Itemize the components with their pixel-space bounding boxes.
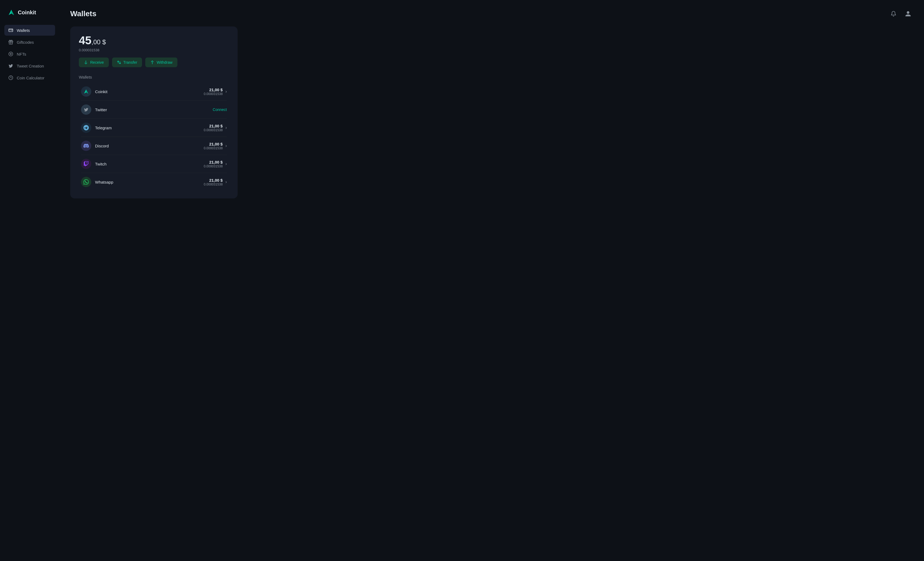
telegram-wallet-balance: 21,00 $ 0.000031538 <box>204 124 223 132</box>
app-name: Coinkit <box>18 9 36 16</box>
sidebar-item-tweet-creation-label: Tweet Creation <box>17 64 44 68</box>
coinkit-wallet-balance: 21,00 $ 0.000031538 <box>204 87 223 96</box>
whatsapp-wallet-arrow: › <box>225 180 227 184</box>
sidebar: Coinkit Wallets Giftcodes <box>0 0 59 561</box>
coinkit-wallet-usd: 21,00 $ <box>204 87 223 92</box>
user-icon <box>905 10 911 17</box>
wallet-item-telegram[interactable]: Telegram 21,00 $ 0.000031538 › <box>79 119 229 136</box>
twitch-wallet-icon <box>81 159 91 169</box>
svg-marker-7 <box>86 89 88 94</box>
wallet-item-discord[interactable]: Discord 21,00 $ 0.000031538 › <box>79 137 229 155</box>
twitch-wallet-name: Twitch <box>95 162 204 166</box>
discord-wallet-arrow: › <box>225 143 227 148</box>
twitter-wallet-name: Twitter <box>95 108 213 112</box>
twitter-connect-button[interactable]: Connect <box>213 108 227 112</box>
sidebar-item-giftcodes-label: Giftcodes <box>17 40 34 45</box>
balance-display: 45 ,00 $ <box>79 34 229 47</box>
coinkit-logo-icon <box>8 9 15 16</box>
twitch-wallet-usd: 21,00 $ <box>204 160 223 164</box>
whatsapp-wallet-crypto: 0.000031538 <box>204 183 223 186</box>
page-title: Wallets <box>70 9 96 18</box>
coinkit-wallet-crypto: 0.000031538 <box>204 92 223 96</box>
withdraw-label: Withdraw <box>157 60 172 64</box>
svg-marker-1 <box>11 10 14 15</box>
whatsapp-wallet-name: Whatsapp <box>95 180 204 184</box>
sidebar-item-nfts-label: NFTs <box>17 52 26 56</box>
sidebar-item-wallets-label: Wallets <box>17 28 30 33</box>
wallet-item-twitter[interactable]: Twitter Connect <box>79 101 229 118</box>
coinkit-wallet-arrow: › <box>225 89 227 94</box>
sidebar-item-coin-calculator-label: Coin Calculator <box>17 76 45 80</box>
telegram-wallet-icon <box>81 123 91 133</box>
transfer-icon <box>117 60 121 64</box>
wallet-card: 45 ,00 $ 0.000031538 Receive Transfer <box>70 27 238 198</box>
gift-icon <box>8 39 14 45</box>
svg-point-4 <box>9 52 13 56</box>
profile-button[interactable] <box>903 9 913 19</box>
wallets-section-title: Wallets <box>79 75 229 80</box>
wallet-icon <box>8 27 14 33</box>
notifications-button[interactable] <box>888 9 898 19</box>
calculator-icon <box>8 75 14 81</box>
whatsapp-wallet-usd: 21,00 $ <box>204 178 223 183</box>
transfer-button[interactable]: Transfer <box>112 57 142 67</box>
balance-crypto: 0.000031538 <box>79 48 229 52</box>
wallet-item-coinkit[interactable]: Coinkit 21,00 $ 0.000031538 › <box>79 82 229 100</box>
discord-wallet-name: Discord <box>95 144 204 148</box>
header-actions <box>888 9 913 19</box>
telegram-wallet-name: Telegram <box>95 126 204 130</box>
telegram-wallet-crypto: 0.000031538 <box>204 128 223 132</box>
telegram-wallet-usd: 21,00 $ <box>204 124 223 128</box>
coinkit-wallet-icon <box>81 86 91 97</box>
transfer-label: Transfer <box>123 60 138 64</box>
main-content: Wallets 45 ,00 $ 0.000031538 <box>59 0 924 561</box>
sidebar-item-coin-calculator[interactable]: Coin Calculator <box>4 72 55 83</box>
balance-main: 45 <box>79 34 92 47</box>
twitch-wallet-balance: 21,00 $ 0.000031538 <box>204 160 223 168</box>
receive-icon <box>84 60 88 64</box>
telegram-wallet-arrow: › <box>225 125 227 130</box>
twitter-wallet-icon <box>81 105 91 115</box>
bell-icon <box>891 11 897 17</box>
whatsapp-wallet-icon <box>81 177 91 187</box>
discord-wallet-crypto: 0.000031538 <box>204 146 223 150</box>
nft-icon <box>8 51 14 57</box>
coinkit-wallet-name: Coinkit <box>95 89 204 94</box>
receive-button[interactable]: Receive <box>79 57 109 67</box>
page-header: Wallets <box>70 9 913 19</box>
action-buttons: Receive Transfer Withdraw <box>79 57 229 67</box>
whatsapp-wallet-balance: 21,00 $ 0.000031538 <box>204 178 223 186</box>
twitter-nav-icon <box>8 63 14 69</box>
twitch-wallet-arrow: › <box>225 162 227 166</box>
wallet-item-whatsapp[interactable]: Whatsapp 21,00 $ 0.000031538 › <box>79 173 229 191</box>
withdraw-button[interactable]: Withdraw <box>145 57 177 67</box>
sidebar-item-nfts[interactable]: NFTs <box>4 49 55 59</box>
sidebar-item-giftcodes[interactable]: Giftcodes <box>4 37 55 48</box>
discord-wallet-icon <box>81 141 91 151</box>
twitch-wallet-crypto: 0.000031538 <box>204 164 223 168</box>
discord-wallet-usd: 21,00 $ <box>204 142 223 146</box>
logo: Coinkit <box>4 6 55 18</box>
wallet-item-twitch[interactable]: Twitch 21,00 $ 0.000031538 › <box>79 155 229 173</box>
receive-label: Receive <box>90 60 104 64</box>
sidebar-item-tweet-creation[interactable]: Tweet Creation <box>4 60 55 71</box>
withdraw-icon <box>150 60 154 64</box>
wallet-list: Coinkit 21,00 $ 0.000031538 › Twitter Co… <box>79 82 229 191</box>
balance-cents: ,00 $ <box>92 38 106 46</box>
sidebar-item-wallets[interactable]: Wallets <box>4 25 55 36</box>
discord-wallet-balance: 21,00 $ 0.000031538 <box>204 142 223 150</box>
